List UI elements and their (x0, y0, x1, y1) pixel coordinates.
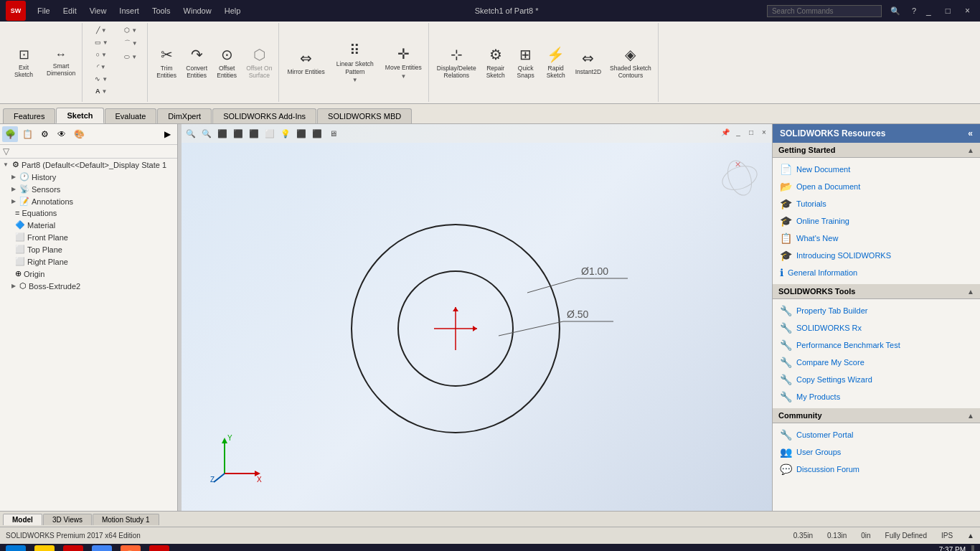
search-input[interactable] (767, 5, 882, 17)
tab-features[interactable]: Features (3, 108, 55, 123)
arc-btn[interactable]: ◜ ▼ (87, 61, 116, 72)
tab-solidworks-add-ins[interactable]: SOLIDWORKS Add-Ins (212, 108, 316, 123)
sketch-fillet-btn[interactable]: ⌒ ▼ (116, 37, 145, 50)
instant2d-btn[interactable]: ⇔ Instant2D (572, 47, 605, 77)
spline-btn[interactable]: ∿ ▼ (87, 73, 116, 85)
line-btn[interactable]: ╱ ▼ (87, 24, 116, 36)
right-link-introducing-sw[interactable]: 🎓 Introducing SOLIDWORKS (778, 247, 974, 264)
configuration-manager-btn[interactable]: ⚙ (37, 126, 52, 142)
menu-view[interactable]: View (84, 5, 113, 17)
feature-tree-btn[interactable]: 🌳 (2, 126, 18, 142)
maximize-btn[interactable]: □ (941, 6, 955, 16)
polygon-btn[interactable]: ⬡ ▼ (116, 24, 145, 36)
display-delete-relations-btn[interactable]: ⊹ Display/DeleteRelations (433, 44, 480, 81)
right-link-tutorials[interactable]: 🎓 Tutorials (778, 195, 974, 212)
offset-on-surface-btn[interactable]: ⬡ Offset OnSurface (242, 44, 275, 81)
appearance-btn[interactable]: 🎨 (71, 126, 87, 142)
tree-item-material[interactable]: 🔷 Material (0, 219, 177, 231)
right-link-icon-performance-benchmark: 🔧 (780, 339, 792, 351)
section-header-community[interactable]: Community ▲ (773, 408, 980, 423)
right-link-solidworks-rx[interactable]: 🔧 SOLIDWORKS Rx (778, 319, 974, 336)
right-link-whats-new[interactable]: 📋 What's New (778, 230, 974, 247)
right-link-property-tab-builder[interactable]: 🔧 Property Tab Builder (778, 302, 974, 319)
menu-help[interactable]: Help (219, 5, 247, 17)
inner-dim-text[interactable]: Ø.50 (567, 309, 589, 320)
menu-insert[interactable]: Insert (113, 5, 145, 17)
menu-tools[interactable]: Tools (146, 5, 176, 17)
tree-part-root[interactable]: ▼ ⚙ Part8 (Default<<Default>_Display Sta… (0, 159, 177, 171)
right-link-compare-my-score[interactable]: 🔧 Compare My Score (778, 354, 974, 371)
status-arrow[interactable]: ▲ (967, 532, 974, 540)
right-link-new-document[interactable]: 📄 New Document (778, 161, 974, 178)
right-link-user-groups[interactable]: 👥 User Groups (778, 443, 974, 461)
taskbar-app-chrome[interactable]: ◉ (92, 545, 112, 551)
taskbar-clock[interactable]: 7:37 PM 3/16/2021 (934, 545, 966, 551)
rapid-sketch-btn[interactable]: ⚡ RapidSketch (542, 44, 570, 81)
tree-item-boss-extrude2[interactable]: ▶ ⬡ Boss-Extrude2 (0, 280, 177, 292)
section-header-solidworks-tools[interactable]: SOLIDWORKS Tools ▲ (773, 284, 980, 299)
search-icon[interactable]: 🔍 (890, 6, 900, 16)
tree-item-annotations[interactable]: ▶ 📝 Annotations (0, 195, 177, 207)
slot-btn[interactable]: ⬭ ▼ (116, 51, 145, 63)
right-link-discussion-forum[interactable]: 💬 Discussion Forum (778, 461, 974, 478)
repair-sketch-btn[interactable]: ⚙ RepairSketch (481, 44, 510, 81)
tree-item-top-plane[interactable]: ⬜ Top Plane (0, 243, 177, 255)
menu-file[interactable]: File (32, 5, 56, 17)
tree-item-equations[interactable]: = Equations (0, 207, 177, 219)
help-icon[interactable]: ? (912, 6, 916, 15)
right-link-copy-settings-wizard[interactable]: 🔧 Copy Settings Wizard (778, 371, 974, 388)
smart-dimension-btn[interactable]: ↔ SmartDimension (43, 46, 79, 79)
trim-entities-btn[interactable]: ✂ TrimEntities (152, 44, 181, 81)
convert-entities-btn[interactable]: ↷ ConvertEntities (182, 44, 211, 81)
expand-btn[interactable]: ▶ (159, 126, 175, 142)
property-manager-btn[interactable]: 📋 (19, 126, 35, 142)
viewport[interactable]: 🔍 🔍 ⬛ ⬛ ⬛ ⬜ 💡 ⬛ ⬛ 🖥 📌 _ □ × (182, 124, 772, 511)
tab-sketch[interactable]: Sketch (56, 108, 103, 123)
menu-window[interactable]: Window (178, 5, 217, 17)
collapse-panel-btn[interactable]: « (968, 128, 973, 138)
quick-snaps-btn[interactable]: ⊞ QuickSnaps (512, 44, 540, 81)
tree-item-front-plane[interactable]: ⬜ Front Plane (0, 231, 177, 243)
text-btn[interactable]: A ▼ (87, 85, 116, 97)
taskbar-app-file-explorer[interactable]: 📁 (34, 545, 55, 551)
tab-solidworks-mbd[interactable]: SOLIDWORKS MBD (317, 108, 412, 123)
linear-sketch-pattern-btn[interactable]: ⠿ Linear Sketch Pattern ▼ (330, 39, 380, 85)
model-tab-model[interactable]: Model (3, 514, 42, 525)
right-link-performance-benchmark[interactable]: 🔧 Performance Benchmark Test (778, 336, 974, 354)
tree-item-history[interactable]: ▶ 🕐 History (0, 171, 177, 183)
display-pane-btn[interactable]: 👁 (54, 126, 70, 142)
section-collapse-community[interactable]: ▲ (967, 412, 974, 420)
taskbar-app-paint[interactable]: 🎨 (121, 545, 141, 551)
move-entities-btn[interactable]: ✛ Move Entities ▼ (382, 43, 425, 81)
tab-dimxpert[interactable]: DimXpert (157, 108, 212, 123)
model-tab-motion-study-1[interactable]: Motion Study 1 (93, 514, 159, 525)
circle-btn[interactable]: ○ ▼ (87, 49, 116, 60)
status-app-info: SOLIDWORKS Premium 2017 x64 Edition (6, 532, 779, 540)
tree-item-sensors[interactable]: ▶ 📡 Sensors (0, 183, 177, 195)
taskbar-show-desktop[interactable] (971, 545, 974, 551)
rectangle-btn[interactable]: ▭ ▼ (87, 37, 116, 48)
right-link-open-document[interactable]: 📂 Open a Document (778, 178, 974, 195)
outer-dim-text[interactable]: Ø1.00 (581, 265, 608, 277)
model-tab-3d-views[interactable]: 3D Views (43, 514, 92, 525)
mirror-entities-btn[interactable]: ⇔ Mirror Entities (283, 47, 328, 77)
close-btn[interactable]: × (961, 6, 974, 16)
right-link-general-info[interactable]: ℹ General Information (778, 264, 974, 281)
tree-item-origin[interactable]: ⊕ Origin (0, 268, 177, 280)
tree-item-right-plane[interactable]: ⬜ Right Plane (0, 255, 177, 268)
right-link-customer-portal[interactable]: 🔧 Customer Portal (778, 426, 974, 443)
minimize-btn[interactable]: _ (922, 6, 936, 16)
section-collapse-getting-started[interactable]: ▲ (967, 146, 974, 154)
right-link-my-products[interactable]: 🔧 My Products (778, 388, 974, 405)
taskbar-app-app3[interactable]: ♦ (63, 545, 83, 551)
taskbar-app-windows-start[interactable]: ⊞ (6, 545, 26, 551)
shaded-sketch-contours-btn[interactable]: ◈ Shaded SketchContours (606, 44, 655, 81)
right-link-online-training[interactable]: 🎓 Online Training (778, 212, 974, 230)
tab-evaluate[interactable]: Evaluate (105, 108, 157, 123)
taskbar-app-solidworks[interactable]: SW (149, 545, 169, 551)
menu-edit[interactable]: Edit (57, 5, 83, 17)
section-header-getting-started[interactable]: Getting Started ▲ (773, 143, 980, 158)
section-collapse-solidworks-tools[interactable]: ▲ (967, 288, 974, 296)
offset-entities-btn[interactable]: ⊙ OffsetEntities (212, 44, 241, 81)
exit-sketch-btn[interactable]: ⊡ ExitSketch (6, 44, 42, 80)
